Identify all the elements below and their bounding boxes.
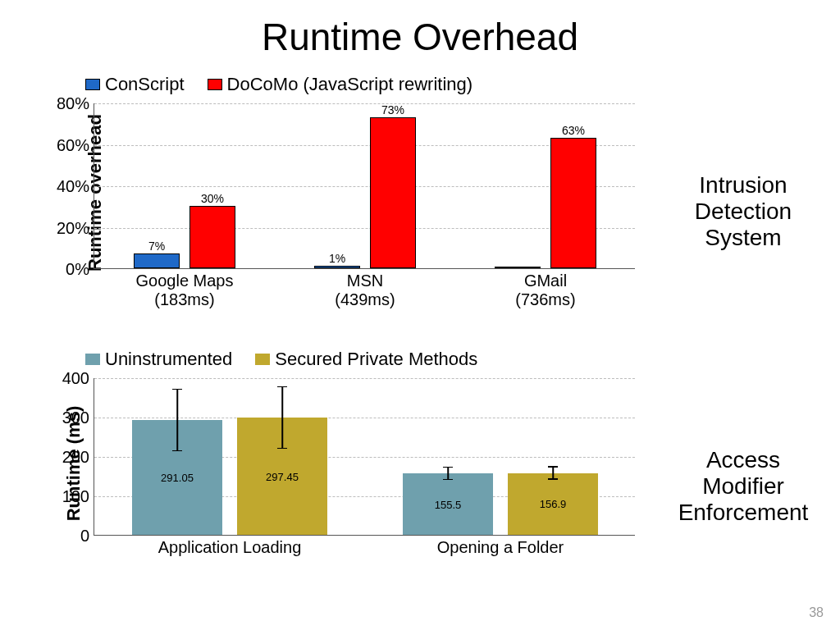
legend-label: ConScript	[105, 74, 185, 95]
bar: 7%	[134, 253, 180, 268]
swatch-icon	[255, 354, 270, 365]
bar-label: 7%	[135, 240, 179, 254]
y-tick-label: 40%	[57, 177, 94, 196]
bar: 297.45	[237, 418, 327, 535]
chart2-legend: Uninstrumented Secured Private Methods	[85, 349, 477, 370]
bar-label: 30%	[190, 192, 235, 207]
legend-item-uninstrumented: Uninstrumented	[85, 349, 232, 370]
chart1-legend: ConScript DoCoMo (JavaScript rewriting)	[85, 74, 472, 95]
bar-label: 297.45	[237, 470, 327, 482]
y-tick-label: 200	[62, 448, 94, 467]
bar-label: 1%	[315, 252, 359, 267]
grid-line	[94, 378, 635, 379]
y-tick-label: 100	[62, 487, 94, 506]
y-tick-label: 300	[62, 409, 94, 427]
chart-ame: Uninstrumented Secured Private Methods R…	[28, 349, 635, 578]
legend-item-docomo: DoCoMo (JavaScript rewriting)	[208, 74, 473, 95]
slide: Runtime Overhead ConScript DoCoMo (JavaS…	[0, 0, 840, 630]
chart2-plot: 0100200300400291.05297.45Application Loa…	[94, 378, 635, 536]
y-tick-label: 400	[62, 369, 94, 388]
y-tick-label: 0	[80, 527, 94, 546]
bar: 63%	[550, 138, 596, 268]
category-label: MSN (439ms)	[275, 268, 455, 309]
swatch-icon	[85, 354, 100, 365]
chart1-plot: 0%20%40%60%80%7%30%Google Maps (183ms)1%…	[94, 103, 635, 269]
chart-ids: ConScript DoCoMo (JavaScript rewriting) …	[28, 74, 635, 312]
category-label: Opening a Folder	[365, 535, 636, 557]
legend-item-conscript: ConScript	[85, 74, 185, 95]
legend-label: Uninstrumented	[105, 349, 232, 370]
page-title: Runtime Overhead	[16, 15, 824, 59]
y-tick-label: 0%	[66, 260, 94, 279]
side-label-ame: AccessModifierEnforcement	[661, 447, 825, 527]
legend-label: Secured Private Methods	[275, 349, 477, 370]
category-label: Google Maps (183ms)	[94, 268, 275, 309]
bar-label: 156.9	[508, 498, 598, 510]
category-label: GMail (736ms)	[455, 268, 636, 309]
swatch-icon	[208, 79, 222, 90]
bar: 291.05	[132, 420, 222, 535]
legend-label: DoCoMo (JavaScript rewriting)	[227, 74, 473, 95]
bar-label: 73%	[371, 103, 415, 118]
grid-line	[94, 103, 635, 104]
bar-label: 63%	[551, 124, 596, 139]
swatch-icon	[85, 79, 100, 90]
bar: 73%	[370, 117, 416, 268]
bar-label: 291.05	[132, 472, 222, 484]
y-tick-label: 60%	[57, 135, 94, 154]
legend-item-secured: Secured Private Methods	[255, 349, 477, 370]
side-label-ids: IntrusionDetectionSystem	[661, 172, 825, 252]
category-label: Application Loading	[94, 535, 365, 557]
bar: 155.5	[403, 473, 493, 535]
grid-line	[94, 418, 635, 418]
bar: 156.9	[508, 473, 598, 535]
y-tick-label: 80%	[57, 94, 94, 113]
bar: 30%	[189, 206, 235, 268]
bar-label: 155.5	[403, 498, 493, 510]
page-number: 38	[809, 605, 824, 620]
y-tick-label: 20%	[57, 218, 94, 237]
